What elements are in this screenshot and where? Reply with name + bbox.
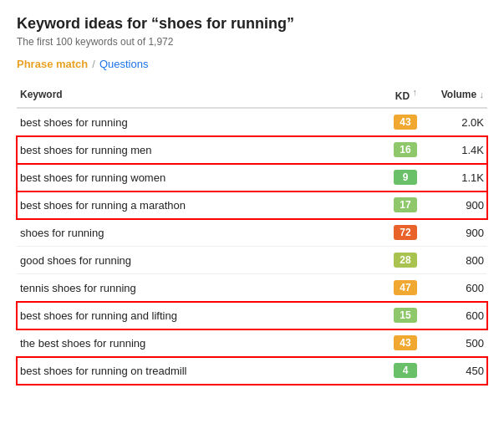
- table-row: best shoes for running on treadmill4450: [17, 357, 487, 385]
- kd-badge: 9: [394, 170, 417, 185]
- table-row: the best shoes for running43500: [17, 329, 487, 357]
- volume-cell: 1.4K: [420, 136, 487, 164]
- keyword-cell: the best shoes for running: [17, 329, 354, 357]
- kd-badge: 17: [394, 197, 417, 212]
- table-row: best shoes for running women91.1K: [17, 164, 487, 191]
- keyword-cell: best shoes for running on treadmill: [17, 357, 354, 385]
- keyword-cell: best shoes for running men: [17, 136, 354, 164]
- table-row: best shoes for running a marathon17900: [17, 191, 487, 219]
- kd-cell: 43: [354, 108, 420, 136]
- kd-badge: 16: [394, 142, 417, 157]
- kd-badge: 28: [394, 253, 417, 268]
- volume-cell: 2.0K: [420, 108, 487, 136]
- keyword-cell: best shoes for running women: [17, 164, 354, 191]
- table-row: best shoes for running432.0K: [17, 108, 487, 136]
- kd-cell: 17: [354, 191, 420, 219]
- tab-questions[interactable]: Questions: [99, 58, 149, 70]
- table-row: good shoes for running28800: [17, 247, 487, 274]
- volume-cell: 500: [420, 329, 487, 357]
- kd-badge: 4: [394, 363, 417, 378]
- volume-cell: 600: [420, 274, 487, 302]
- keyword-cell: tennis shoes for running: [17, 274, 354, 302]
- kd-badge: 47: [394, 280, 417, 295]
- keyword-cell: good shoes for running: [17, 247, 354, 274]
- kd-cell: 28: [354, 247, 420, 274]
- keyword-cell: shoes for running: [17, 219, 354, 247]
- kd-cell: 47: [354, 274, 420, 302]
- kd-badge: 43: [394, 115, 417, 130]
- volume-cell: 600: [420, 302, 487, 329]
- col-volume: Volume ↓: [420, 82, 487, 108]
- keyword-cell: best shoes for running a marathon: [17, 191, 354, 219]
- keyword-cell: best shoes for running and lifting: [17, 302, 354, 329]
- subtitle: The first 100 keywords out of 1,972: [17, 36, 487, 48]
- kd-cell: 15: [354, 302, 420, 329]
- volume-cell: 900: [420, 191, 487, 219]
- page-title: Keyword ideas for “shoes for running”: [17, 15, 487, 33]
- keyword-cell: best shoes for running: [17, 108, 354, 136]
- kd-badge: 43: [394, 335, 417, 350]
- volume-cell: 900: [420, 219, 487, 247]
- table-row: tennis shoes for running47600: [17, 274, 487, 302]
- volume-cell: 450: [420, 357, 487, 385]
- kd-badge: 15: [394, 308, 417, 323]
- kd-cell: 16: [354, 136, 420, 164]
- kd-cell: 9: [354, 164, 420, 191]
- table-row: best shoes for running men161.4K: [17, 136, 487, 164]
- table-header-row: Keyword KD ↑ Volume ↓: [17, 82, 487, 108]
- volume-cell: 1.1K: [420, 164, 487, 191]
- tab-separator: /: [92, 58, 95, 70]
- kd-badge: 72: [394, 225, 417, 240]
- table-row: best shoes for running and lifting15600: [17, 302, 487, 329]
- kd-cell: 43: [354, 329, 420, 357]
- tab-bar: Phrase match / Questions: [17, 58, 487, 70]
- kd-cell: 72: [354, 219, 420, 247]
- table-row: shoes for running72900: [17, 219, 487, 247]
- col-kd: KD ↑: [354, 82, 420, 108]
- kd-cell: 4: [354, 357, 420, 385]
- col-keyword: Keyword: [17, 82, 354, 108]
- tab-phrase-match[interactable]: Phrase match: [17, 58, 88, 70]
- keyword-table: Keyword KD ↑ Volume ↓ best shoes for run…: [17, 82, 487, 385]
- volume-cell: 800: [420, 247, 487, 274]
